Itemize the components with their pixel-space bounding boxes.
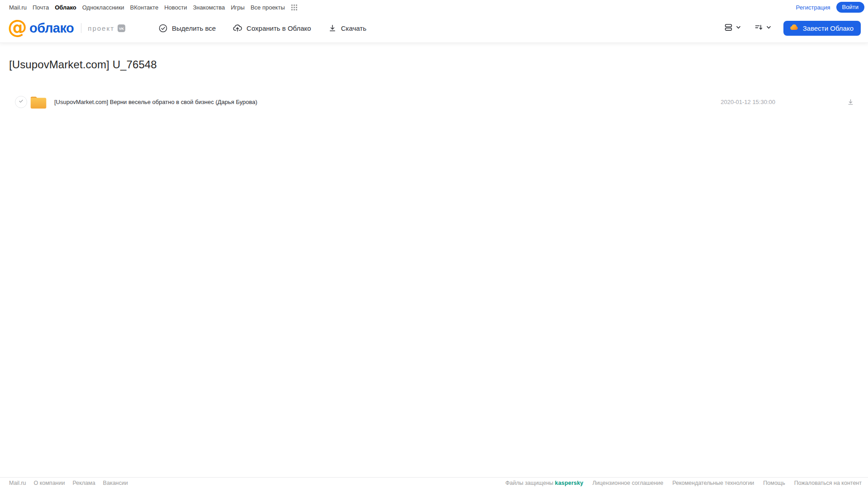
page-footer: Mail.ru О компании Реклама Вакансии Файл… bbox=[0, 477, 868, 488]
list-view-icon bbox=[724, 23, 733, 34]
login-button[interactable]: Войти bbox=[836, 2, 864, 13]
get-cloud-button[interactable]: Завести Облако bbox=[783, 21, 861, 36]
content-area: [UsupovMarket.com] U_76548 [UsupovMarket… bbox=[0, 43, 868, 477]
toolbar-actions: Выделить все Сохранить в Облако Скачать bbox=[158, 23, 366, 33]
footer-jobs-link[interactable]: Вакансии bbox=[103, 480, 128, 486]
sort-selector[interactable] bbox=[753, 21, 773, 36]
select-all-button[interactable]: Выделить все bbox=[158, 24, 216, 33]
download-icon bbox=[328, 24, 337, 33]
cloud-upload-icon bbox=[232, 23, 242, 33]
project-label: проект bbox=[88, 24, 114, 32]
nav-mailru[interactable]: Mail.ru bbox=[9, 4, 27, 11]
file-checkbox[interactable] bbox=[15, 96, 27, 108]
files-protected-note: Файлы защищены kaspersky bbox=[505, 480, 583, 486]
cloud-logo-text: облако bbox=[29, 21, 74, 36]
all-projects-grid-icon[interactable] bbox=[291, 5, 297, 10]
file-download-icon[interactable] bbox=[847, 98, 854, 106]
footer-ads-link[interactable]: Реклама bbox=[72, 480, 95, 486]
nav-novosti[interactable]: Новости bbox=[164, 4, 187, 11]
nav-vkontakte[interactable]: ВКонтакте bbox=[130, 4, 159, 11]
toolbar-right: Завести Облако bbox=[723, 21, 861, 36]
nav-vse-proekty[interactable]: Все проекты bbox=[251, 4, 285, 11]
nav-oblako[interactable]: Облако bbox=[55, 4, 76, 11]
svg-text:VK: VK bbox=[119, 27, 124, 31]
view-mode-selector[interactable] bbox=[723, 21, 742, 36]
nav-pochta[interactable]: Почта bbox=[33, 4, 49, 11]
chevron-down-icon bbox=[766, 24, 772, 32]
footer-right-links: Файлы защищены kaspersky Лицензионное со… bbox=[505, 480, 862, 486]
file-name[interactable]: [UsupovMarket.com] Верни веселье обратно… bbox=[54, 99, 721, 105]
footer-report-content-link[interactable]: Пожаловаться на контент bbox=[794, 480, 862, 486]
logo-divider bbox=[81, 23, 81, 33]
footer-license-link[interactable]: Лицензионное соглашение bbox=[593, 480, 664, 486]
auth-area: Регистрация Войти bbox=[796, 2, 864, 13]
get-cloud-label: Завести Облако bbox=[803, 24, 854, 32]
cloud-logo[interactable]: @ облако проект VK bbox=[8, 20, 125, 36]
cloud-toolbar: @ облако проект VK Выделить все Сохранит… bbox=[0, 14, 868, 43]
download-label: Скачать bbox=[341, 24, 366, 32]
mailru-at-logo-icon: @ bbox=[8, 19, 27, 36]
registration-link[interactable]: Регистрация bbox=[796, 4, 830, 11]
save-to-cloud-button[interactable]: Сохранить в Облако bbox=[232, 23, 311, 33]
nav-znakomstva[interactable]: Знакомства bbox=[193, 4, 225, 11]
file-date: 2020-01-12 15:30:00 bbox=[721, 99, 775, 105]
footer-recommendation-tech-link[interactable]: Рекомендательные технологии bbox=[672, 480, 754, 486]
save-to-cloud-label: Сохранить в Облако bbox=[247, 24, 311, 32]
footer-mailru-link[interactable]: Mail.ru bbox=[9, 480, 26, 486]
file-row[interactable]: [UsupovMarket.com] Верни веселье обратно… bbox=[0, 92, 868, 112]
vk-badge-icon: VK bbox=[118, 24, 125, 32]
footer-left-links: Mail.ru О компании Реклама Вакансии bbox=[9, 480, 128, 486]
select-all-label: Выделить все bbox=[172, 24, 216, 32]
chevron-down-icon bbox=[735, 24, 741, 32]
nav-igry[interactable]: Игры bbox=[231, 4, 245, 11]
cloud-icon bbox=[789, 23, 799, 33]
download-button[interactable]: Скачать bbox=[328, 24, 366, 33]
nav-odnoklassniki[interactable]: Одноклассники bbox=[82, 4, 124, 11]
kaspersky-logo: kaspersky bbox=[555, 480, 583, 486]
footer-help-link[interactable]: Помощь bbox=[763, 480, 785, 486]
check-circle-icon bbox=[158, 24, 168, 33]
footer-about-link[interactable]: О компании bbox=[34, 480, 65, 486]
check-icon bbox=[18, 98, 24, 106]
portal-top-bar: Mail.ru Почта Облако Одноклассники ВКонт… bbox=[0, 0, 868, 14]
page-title: [UsupovMarket.com] U_76548 bbox=[9, 58, 868, 71]
folder-icon bbox=[30, 95, 47, 109]
sort-icon bbox=[754, 23, 764, 34]
portal-nav: Mail.ru Почта Облако Одноклассники ВКонт… bbox=[9, 4, 297, 11]
